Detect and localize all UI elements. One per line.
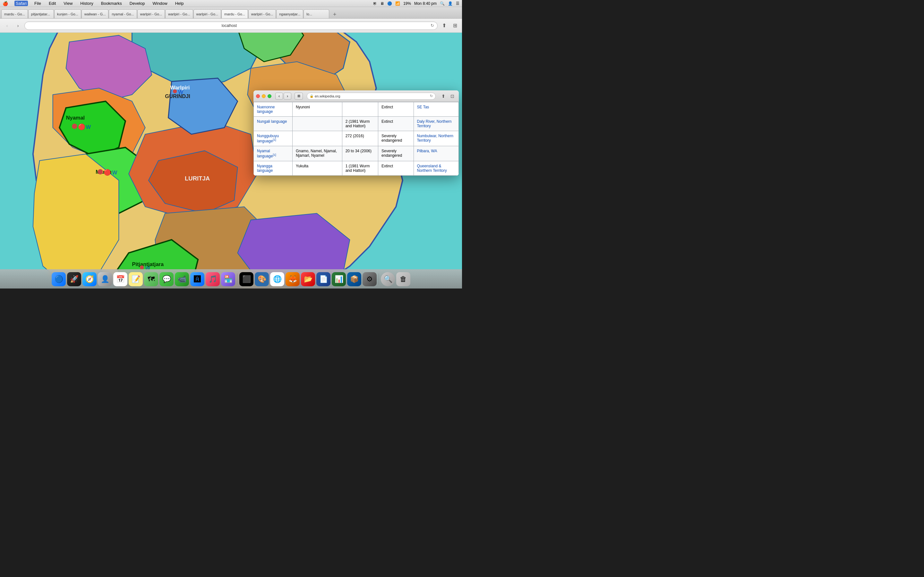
dock-spotlight[interactable]: 🔍: [381, 272, 395, 286]
maximize-button[interactable]: [268, 94, 271, 98]
dock-notes[interactable]: 📝: [129, 272, 143, 286]
close-button[interactable]: [256, 94, 260, 98]
share-button[interactable]: ⬆: [439, 21, 449, 30]
forward-button[interactable]: ›: [13, 21, 23, 30]
dock-chrome[interactable]: 🌐: [270, 272, 284, 286]
tab-3[interactable]: wailwan - G...: [81, 9, 109, 18]
menubar-edit[interactable]: Edit: [47, 1, 57, 6]
tab-6[interactable]: warlpiri - Go...: [165, 9, 193, 18]
queensland-nt-link[interactable]: Queensland & Northern Territory: [417, 164, 447, 173]
dock-trash[interactable]: 🗑: [396, 272, 410, 286]
nungali-link[interactable]: Nungali language: [257, 119, 287, 124]
tab-4[interactable]: nyamal - Go...: [109, 9, 137, 18]
dock-terminal[interactable]: ⬛: [239, 272, 254, 286]
svg-point-25: [173, 89, 177, 93]
tab-9[interactable]: warlpiri - Go...: [248, 9, 276, 18]
dock-firefox[interactable]: 🦊: [286, 272, 300, 286]
tab-11[interactable]: lo...: [304, 9, 329, 18]
menubar-develop[interactable]: Develop: [128, 1, 146, 6]
dock-virtualbox[interactable]: 📦: [347, 272, 361, 286]
svg-point-19: [72, 124, 77, 129]
back-button[interactable]: ‹: [3, 21, 11, 30]
dock: 🔵 🚀 🧭 👤 📅 📝 🗺 💬 📹 🅰 🎵 🏪 ⬛ 🎨 🌐 🦊 📂 📄 📊 📦 …: [0, 269, 462, 288]
menubar-file[interactable]: File: [33, 1, 42, 6]
menubar-help[interactable]: Help: [174, 1, 185, 6]
wiki-sidebar-button[interactable]: ⊡: [449, 93, 456, 100]
region-cell[interactable]: Daly River, Northern Territory: [414, 117, 459, 131]
region-cell[interactable]: Queensland & Northern Territory: [414, 161, 459, 176]
tab-0[interactable]: mardu - Go...: [1, 9, 28, 18]
apple-menu[interactable]: 🍎: [3, 1, 8, 6]
menubar-history[interactable]: History: [79, 1, 94, 6]
nyangga-link[interactable]: Nyangga language: [257, 164, 273, 173]
dock-messages[interactable]: 💬: [160, 272, 174, 286]
dock-music[interactable]: 🎵: [206, 272, 220, 286]
region-cell[interactable]: Pilbara, WA: [414, 146, 459, 161]
language-cell[interactable]: Nuenonne language: [254, 102, 292, 117]
wiki-share-button[interactable]: ⬆: [439, 93, 447, 100]
speakers-cell: 272 (2016): [342, 131, 378, 146]
minimize-button[interactable]: [262, 94, 266, 98]
wiki-nav-buttons: ‹ ›: [275, 93, 291, 100]
url-text: localhost: [28, 23, 431, 28]
language-cell[interactable]: Nunggubuyu language[1]: [254, 131, 292, 146]
controls-icon[interactable]: ☰: [456, 1, 459, 6]
nunggubuyu-link[interactable]: Nunggubuyu language[1]: [257, 134, 279, 143]
dock-appstore2[interactable]: 🏪: [221, 272, 235, 286]
screen-icon[interactable]: 🖥: [380, 1, 384, 6]
dock-appstore[interactable]: 🅰: [190, 272, 204, 286]
se-tas-link[interactable]: SE Tas: [417, 105, 429, 109]
wiki-view-button[interactable]: ⊞: [294, 93, 303, 100]
menubar-safari[interactable]: Safari: [15, 1, 28, 6]
dock-facetime[interactable]: 📹: [175, 272, 189, 286]
tab-2[interactable]: kunjen - Go...: [54, 9, 81, 18]
wiki-table: Nuenonne language Nyunoni Extinct SE Tas: [254, 102, 459, 176]
map-container[interactable]: Indigenous Australia TORRES STRAIT YOLNG…: [0, 33, 462, 288]
dock-settings[interactable]: ⚙: [363, 272, 376, 286]
dock-filezilla[interactable]: 📂: [301, 272, 315, 286]
bluetooth-icon[interactable]: 🔵: [387, 1, 392, 6]
dock-safari[interactable]: 🧭: [82, 272, 97, 286]
add-tab-button[interactable]: +: [330, 11, 339, 18]
wiki-url-bar[interactable]: 🔒 en.wikipedia.org ↻: [307, 93, 436, 100]
language-cell[interactable]: Nungali language: [254, 117, 292, 131]
dock-word[interactable]: 📄: [317, 272, 330, 286]
region-cell[interactable]: SE Tas: [414, 102, 459, 117]
menubar-window[interactable]: Window: [151, 1, 168, 6]
language-cell[interactable]: Nyangga language: [254, 161, 292, 176]
daly-river-link[interactable]: Daly River, Northern Territory: [417, 119, 452, 128]
wiki-forward-button[interactable]: ›: [284, 93, 291, 100]
search-icon[interactable]: 🔍: [440, 1, 445, 6]
wifi-icon[interactable]: 📶: [395, 1, 400, 6]
user-icon[interactable]: 👤: [448, 1, 453, 6]
menubar-view[interactable]: View: [62, 1, 74, 6]
dock-calendar[interactable]: 📅: [113, 272, 128, 286]
tab-7[interactable]: warlpiri - Go...: [194, 9, 221, 18]
url-bar[interactable]: localhost ↻: [24, 21, 438, 30]
dock-maps[interactable]: 🗺: [144, 272, 158, 286]
reload-button[interactable]: ↻: [431, 23, 434, 28]
numbulwar-link[interactable]: Numbulwar, Northern Territory: [417, 134, 453, 143]
dock-launchpad[interactable]: 🚀: [67, 272, 81, 286]
svg-text:W: W: [86, 124, 91, 130]
tab-8[interactable]: mardu - Go...: [221, 9, 248, 18]
dock-photoshop[interactable]: 🎨: [255, 272, 269, 286]
language-cell[interactable]: Nyamal language[1]: [254, 146, 292, 161]
region-cell[interactable]: Numbulwar, Northern Territory: [414, 131, 459, 146]
sidebar-button[interactable]: ⊞: [451, 21, 459, 30]
dock-excel[interactable]: 📊: [332, 272, 346, 286]
tab-10[interactable]: ngaanyatjar...: [276, 9, 303, 18]
tab-1[interactable]: pitjantjatar...: [28, 9, 54, 18]
nyamal-link[interactable]: Nyamal language[1]: [257, 149, 276, 158]
clock: Mon 8:40 pm: [414, 1, 437, 6]
nordvpn-icon[interactable]: ⛨: [373, 1, 377, 6]
wiki-content[interactable]: Nuenonne language Nyunoni Extinct SE Tas: [254, 102, 459, 176]
wiki-back-button[interactable]: ‹: [275, 93, 283, 100]
tab-5[interactable]: warlpiri - Go...: [137, 9, 165, 18]
menubar-bookmarks[interactable]: Bookmarks: [100, 1, 123, 6]
pilbara-link[interactable]: Pilbara, WA: [417, 149, 437, 153]
dock-contacts[interactable]: 👤: [98, 272, 112, 286]
wiki-reload-button[interactable]: ↻: [430, 94, 433, 98]
nuenonne-link[interactable]: Nuenonne language: [257, 105, 275, 114]
dock-finder[interactable]: 🔵: [52, 272, 66, 286]
